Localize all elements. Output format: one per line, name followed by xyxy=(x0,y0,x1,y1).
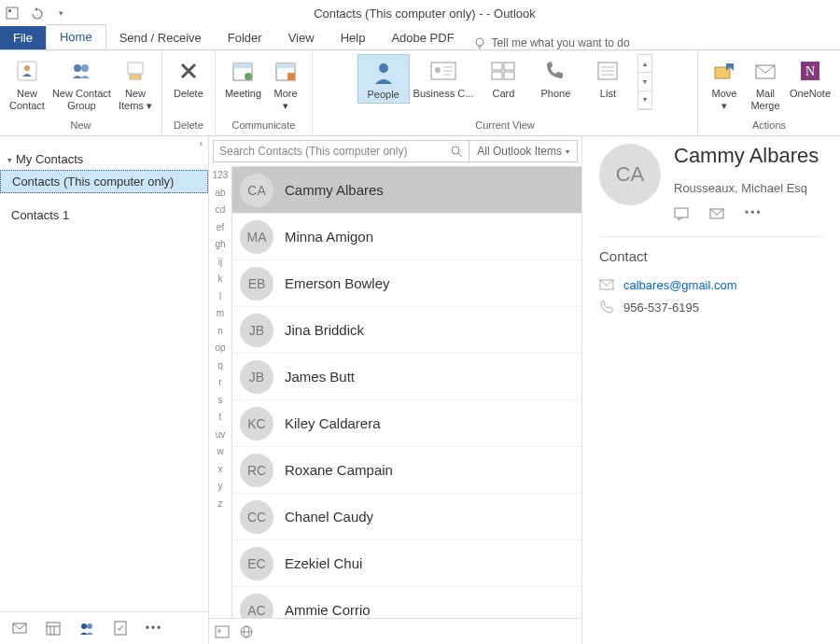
az-jump[interactable]: w xyxy=(217,446,223,464)
contact-row[interactable]: ECEzekiel Chui xyxy=(232,540,581,587)
im-icon[interactable] xyxy=(674,206,689,221)
new-contact-group-button[interactable]: New Contact Group xyxy=(49,54,115,114)
onenote-button[interactable]: N OneNote xyxy=(786,54,834,102)
az-jump[interactable]: 123 xyxy=(213,170,229,188)
contact-row[interactable]: JBJames Butt xyxy=(232,354,581,400)
az-jump[interactable]: op xyxy=(215,343,225,360)
search-input[interactable]: Search Contacts (This computer only) xyxy=(213,140,469,162)
az-jump[interactable]: ef xyxy=(217,222,224,240)
tab-home[interactable]: Home xyxy=(46,24,106,49)
contact-company: Rousseaux, Michael Esq xyxy=(674,181,819,195)
az-jump[interactable]: k xyxy=(218,273,223,291)
card-icon xyxy=(488,56,518,86)
contact-row[interactable]: MAMinna Amigon xyxy=(232,214,581,260)
contact-list-name: Jina Briddick xyxy=(285,322,364,338)
qat-icon[interactable] xyxy=(4,5,21,21)
az-jump[interactable]: m xyxy=(217,308,224,326)
email-icon xyxy=(599,277,614,292)
tab-folder[interactable]: Folder xyxy=(215,26,275,49)
contact-row[interactable]: CACammy Albares xyxy=(232,167,581,214)
az-jump[interactable]: r xyxy=(218,377,221,395)
view-business-card-button[interactable]: Business C... xyxy=(410,54,478,102)
contact-avatar: KC xyxy=(240,407,273,441)
tab-adobe-pdf[interactable]: Adobe PDF xyxy=(378,26,467,49)
nav-folder-contacts-local[interactable]: Contacts (This computer only) xyxy=(0,170,208,193)
qat-customize-icon[interactable]: ▾ xyxy=(52,5,69,21)
tab-view[interactable]: View xyxy=(275,26,328,49)
delete-button[interactable]: Delete xyxy=(168,54,209,102)
calendar-icon xyxy=(228,56,258,86)
email-action-icon[interactable] xyxy=(709,206,724,221)
contact-name: Cammy Albares xyxy=(674,144,819,168)
more-button[interactable]: More ▾ xyxy=(265,54,306,114)
az-jump[interactable]: z xyxy=(218,498,223,516)
nav-header-my-contacts[interactable]: My Contacts xyxy=(0,148,208,170)
svg-point-8 xyxy=(81,64,89,72)
contact-row[interactable]: JBJina Briddick xyxy=(232,307,581,354)
new-items-button[interactable]: New Items ▾ xyxy=(115,54,156,114)
tab-send-receive[interactable]: Send / Receive xyxy=(106,26,215,49)
section-contact-heading: Contact xyxy=(599,248,823,264)
phone-icon xyxy=(540,56,570,86)
az-jump[interactable]: gh xyxy=(215,239,225,257)
mail-nav-icon[interactable] xyxy=(11,620,28,637)
contact-row[interactable]: ACAmmie Corrio xyxy=(232,587,581,618)
move-button[interactable]: Move ▾ xyxy=(704,54,745,114)
az-jump[interactable]: n xyxy=(217,326,223,343)
contact-list-name: Ammie Corrio xyxy=(285,602,371,618)
tab-help[interactable]: Help xyxy=(328,26,379,49)
az-jump[interactable]: q xyxy=(217,360,223,378)
meeting-button[interactable]: Meeting xyxy=(221,54,265,102)
people-icon xyxy=(66,56,96,86)
svg-point-48 xyxy=(217,629,221,633)
svg-line-46 xyxy=(458,153,462,157)
more-nav-icon[interactable]: ••• xyxy=(146,620,162,637)
calendar-nav-icon[interactable] xyxy=(45,620,62,637)
svg-rect-10 xyxy=(130,75,141,79)
filter-label: All Outlook Items xyxy=(477,145,562,158)
az-jump[interactable]: cd xyxy=(216,204,226,222)
az-jump[interactable]: ij xyxy=(218,257,222,274)
undo-icon[interactable] xyxy=(28,5,45,21)
more-actions-icon[interactable]: ••• xyxy=(745,206,763,221)
card-view-icon[interactable] xyxy=(215,625,230,638)
group-actions-label: Actions xyxy=(752,119,786,133)
gallery-more-button[interactable]: ▴▾▾ xyxy=(637,54,652,110)
contact-list-name: Ezekiel Chui xyxy=(285,555,362,571)
mail-merge-button[interactable]: Mail Merge xyxy=(745,54,786,114)
tell-me-search[interactable]: Tell me what you want to do xyxy=(473,36,630,49)
view-list-button[interactable]: List xyxy=(581,54,634,102)
new-contact-button[interactable]: New Contact xyxy=(6,54,49,114)
az-jump[interactable]: x xyxy=(218,464,223,482)
svg-rect-38 xyxy=(47,623,60,635)
az-jump[interactable]: l xyxy=(219,291,221,309)
az-jump[interactable]: y xyxy=(218,481,223,498)
tab-file[interactable]: File xyxy=(0,26,46,49)
person-silhouette-icon xyxy=(369,57,399,87)
tasks-nav-icon[interactable] xyxy=(112,620,129,637)
svg-point-7 xyxy=(74,64,81,72)
new-items-icon xyxy=(120,56,150,86)
svg-point-6 xyxy=(24,65,30,71)
az-jump[interactable]: s xyxy=(218,395,223,413)
az-jump[interactable]: t xyxy=(219,412,222,429)
move-icon xyxy=(709,56,739,86)
contact-row[interactable]: RCRoxane Campain xyxy=(232,447,581,494)
contact-row[interactable]: EBEmerson Bowley xyxy=(232,260,581,307)
globe-view-icon[interactable] xyxy=(239,625,254,638)
contact-email[interactable]: calbares@gmail.com xyxy=(623,278,737,292)
az-jump[interactable]: ab xyxy=(215,188,225,205)
onenote-icon: N xyxy=(795,56,825,86)
search-filter-dropdown[interactable]: All Outlook Items ▾ xyxy=(469,140,578,162)
view-card-button[interactable]: Card xyxy=(477,54,529,102)
collapse-nav-icon[interactable]: ‹ xyxy=(0,136,208,148)
people-nav-icon[interactable] xyxy=(78,620,95,637)
contact-avatar: RC xyxy=(240,454,273,487)
view-people-button[interactable]: People xyxy=(357,54,410,104)
contact-row[interactable]: CCChanel Caudy xyxy=(232,494,581,540)
contact-row[interactable]: KCKiley Caldarera xyxy=(232,400,581,447)
svg-point-45 xyxy=(452,147,459,154)
az-jump[interactable]: uv xyxy=(216,429,226,447)
view-phone-button[interactable]: Phone xyxy=(529,54,581,102)
nav-folder-contacts-1[interactable]: Contacts 1 xyxy=(0,204,208,226)
